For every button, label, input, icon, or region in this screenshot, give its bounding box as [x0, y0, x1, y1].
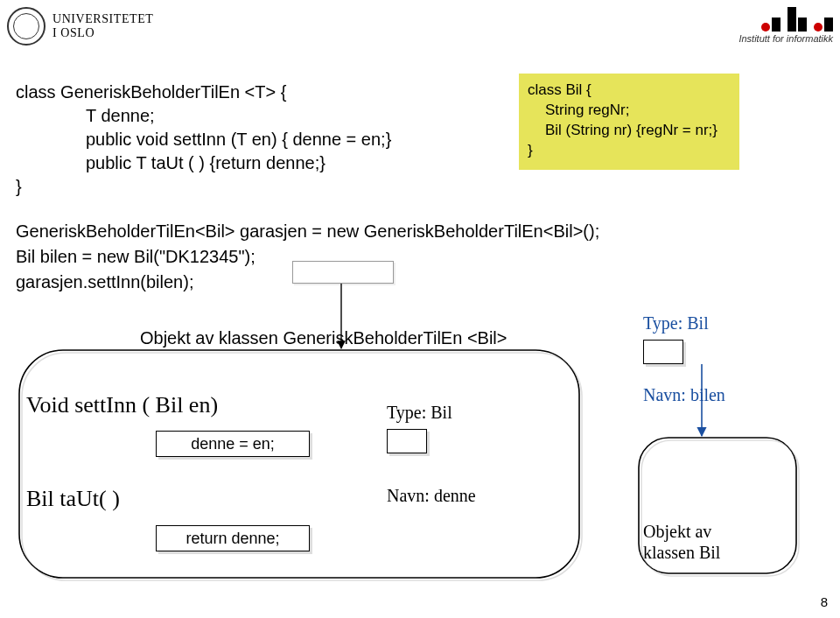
code-line: Bil (String nr) {regNr = nr;} — [528, 121, 731, 141]
code-block-bil: class Bil { String regNr; Bil (String nr… — [519, 74, 739, 170]
ifi-label: Institutt for informatikk — [738, 33, 833, 44]
code-line: GeneriskBeholderTilEn<Bil> garasjen = ne… — [16, 219, 599, 244]
code-line: } — [16, 175, 391, 199]
box-denne-assign: denne = en; — [156, 431, 310, 457]
objekt-bil-l1: Objekt av — [643, 521, 720, 542]
method-settinn-text: Void settInn ( Bil en) — [26, 392, 218, 418]
uio-seal-icon — [7, 7, 46, 46]
box-return-denne: return denne; — [156, 525, 310, 551]
code-block-generic: class GeneriskBeholderTilEn <T> { T denn… — [16, 81, 391, 199]
method-taut-label: Bil taUt( ) — [26, 486, 120, 512]
objekt-bil-label: Objekt av klassen Bil — [643, 521, 720, 563]
highlight-box-dk12345 — [292, 261, 394, 284]
navn-denne: Navn: denne — [387, 486, 476, 506]
navn-bilen: Navn: bilen — [643, 385, 725, 405]
ref-box-bilen — [643, 340, 683, 364]
code-line: class GeneriskBeholderTilEn <T> { — [16, 81, 391, 104]
code-line: public T taUt ( ) {return denne;} — [16, 151, 391, 175]
type-bil-center: Type: Bil — [387, 403, 452, 423]
objekt-bil-l2: klassen Bil — [643, 542, 720, 563]
ref-box-denne — [387, 429, 427, 453]
ifi-logo: Institutt for informatikk — [738, 7, 833, 44]
uio-line2: I OSLO — [52, 26, 153, 40]
code-line: String regNr; — [528, 101, 731, 121]
method-settinn-label: Void settInn ( Bil en) — [26, 392, 218, 418]
ifi-icon — [738, 7, 833, 32]
code-line: public void settInn (T en) { denne = en;… — [16, 128, 391, 151]
uio-logo: UNIVERSITETET I OSLO — [7, 7, 153, 46]
code-line: } — [528, 141, 731, 161]
slide-header: UNIVERSITETET I OSLO Institutt for infor… — [7, 7, 833, 54]
page-number: 8 — [821, 594, 828, 609]
uio-line1: UNIVERSITETET — [52, 12, 153, 26]
code-line: T denne; — [16, 104, 391, 128]
uio-text: UNIVERSITETET I OSLO — [52, 12, 153, 40]
code-line: class Bil { — [528, 81, 731, 101]
object-caption: Objekt av klassen GeneriskBeholderTilEn … — [140, 328, 507, 348]
type-bil-right: Type: Bil — [643, 313, 709, 334]
method-taut-text: Bil taUt( ) — [26, 486, 120, 511]
